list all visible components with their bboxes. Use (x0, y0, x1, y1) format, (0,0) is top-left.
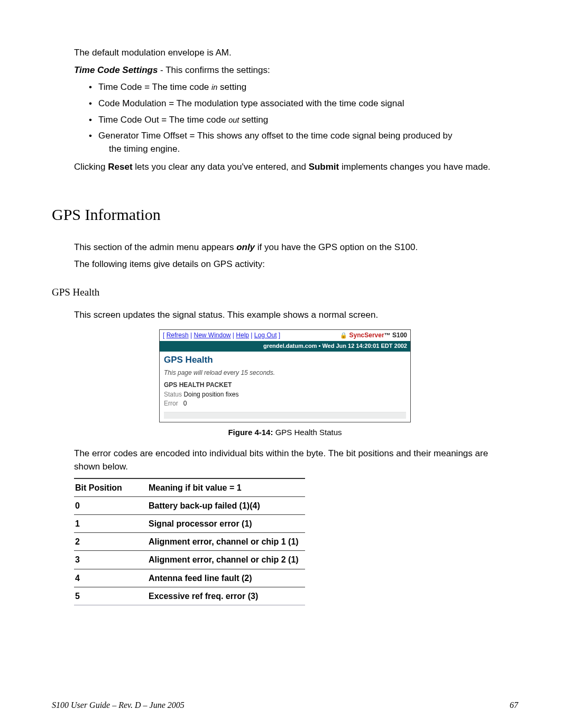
cell-meaning: Alignment error, channel or chip 2 (1) (148, 551, 305, 569)
timecode-settings-heading: Time Code Settings - This confirms the s… (74, 64, 513, 77)
screenshot-topbar: [ Refresh | New Window | Help | Log Out … (160, 330, 410, 341)
screenshot-body: GPS Health This page will reload every 1… (160, 352, 410, 421)
cell-meaning: Antenna feed line fault (2) (148, 569, 305, 587)
nav-link-new-window[interactable]: New Window (194, 331, 231, 339)
footer-doc-title: S100 User Guide – Rev. D – June 2005 (52, 701, 185, 710)
only-keyword: only (236, 242, 255, 252)
screenshot-packet-heading: GPS HEALTH PACKET (164, 381, 406, 390)
table-row: 0 Battery back-up failed (1)(4) (74, 496, 305, 514)
nav-link-logout[interactable]: Log Out (254, 331, 277, 339)
bullet-text: setting (217, 82, 246, 92)
brand-model: ™ S100 (384, 331, 407, 339)
bit-position-table: Bit Position Meaning if bit value = 1 0 … (74, 478, 305, 605)
header-meaning: Meaning if bit value = 1 (148, 478, 305, 497)
table-row: 5 Excessive ref freq. error (3) (74, 587, 305, 605)
text-fragment: This section of the admin menu appears (74, 242, 236, 252)
bullet-text: setting (239, 115, 268, 125)
table-row: 3 Alignment error, channel or chip 2 (1) (74, 551, 305, 569)
cell-bit: 3 (74, 551, 148, 569)
figure-caption: Figure 4-14: GPS Health Status (52, 427, 518, 438)
cell-bit: 2 (74, 533, 148, 551)
error-codes-text: The error codes are encoded into individ… (74, 447, 513, 473)
table-row: 1 Signal processor error (1) (74, 515, 305, 533)
cell-bit: 1 (74, 515, 148, 533)
screenshot-title: GPS Health (164, 354, 406, 367)
gps-information-heading: GPS Information (52, 203, 518, 226)
row-label: Error (164, 400, 178, 407)
text-fragment: lets you clear any data you've entered, … (133, 162, 309, 172)
screenshot-footer-strip (164, 412, 406, 419)
brand-syncserver: SyncServer (349, 331, 384, 339)
cell-meaning: Signal processor error (1) (148, 515, 305, 533)
cell-meaning: Battery back-up failed (1)(4) (148, 496, 305, 514)
screenshot-brand: 🔒 SyncServer™ S100 (340, 331, 407, 340)
bullet-text: Time Code Out = The time code (98, 115, 228, 125)
reset-submit-text: Clicking Reset lets you clear any data y… (74, 161, 513, 174)
screenshot-error-row: Error 0 (164, 399, 406, 408)
gps-health-screenshot: [ Refresh | New Window | Help | Log Out … (159, 329, 411, 422)
figure-label: Figure 4-14: (228, 428, 273, 437)
bullet-generator-offset: Generator Time Offset = This shows any o… (89, 130, 518, 155)
header-bit-position: Bit Position (74, 478, 148, 497)
table-row: 4 Antenna feed line fault (2) (74, 569, 305, 587)
bullet-text-line1: Generator Time Offset = This shows any o… (98, 131, 453, 141)
submit-keyword: Submit (309, 162, 339, 172)
gps-details-text: The following items give details on GPS … (74, 258, 513, 271)
reset-keyword: Reset (108, 162, 132, 172)
gps-health-heading: GPS Health (52, 285, 518, 300)
nav-sep: | (231, 331, 236, 339)
bracket-close: ] (277, 331, 281, 339)
screenshot-statusbar: grendel.datum.com • Wed Jun 12 14:20:01 … (160, 341, 410, 352)
timecode-bullet-list: Time Code = The time code in setting Cod… (89, 81, 518, 155)
timecode-settings-title: Time Code Settings (74, 65, 158, 75)
footer-page-number: 67 (510, 701, 518, 710)
bullet-italic: in (211, 83, 217, 91)
nav-sep: | (189, 331, 194, 339)
nav-link-help[interactable]: Help (236, 331, 249, 339)
bullet-text-line2: the timing engine. (98, 143, 518, 156)
bullet-timecode-out: Time Code Out = The time code out settin… (89, 114, 518, 127)
figure-title: GPS Health Status (273, 428, 342, 437)
bracket-open: [ (163, 331, 167, 339)
cell-bit: 5 (74, 587, 148, 605)
timecode-settings-suffix: - This confirms the settings: (158, 65, 270, 75)
screenshot-status-row: Status Doing position fixes (164, 390, 406, 399)
row-label: Status (164, 391, 182, 398)
default-modulation-text: The default modulation envelope is AM. (74, 47, 513, 60)
cell-bit: 0 (74, 496, 148, 514)
table-header-row: Bit Position Meaning if bit value = 1 (74, 478, 305, 497)
cell-meaning: Excessive ref freq. error (3) (148, 587, 305, 605)
bullet-text: Time Code = The time code (98, 82, 211, 92)
bullet-timecode-in: Time Code = The time code in setting (89, 81, 518, 94)
bullet-text: Code Modulation = The modulation type as… (98, 98, 404, 108)
screenshot-reload-note: This page will reload every 15 seconds. (164, 368, 406, 377)
bullet-code-modulation: Code Modulation = The modulation type as… (89, 97, 518, 110)
text-fragment: implements changes you have made. (339, 162, 490, 172)
text-fragment: if you have the GPS option on the S100. (255, 242, 418, 252)
text-fragment: Clicking (74, 162, 108, 172)
bullet-italic: out (228, 116, 239, 124)
table-row: 2 Alignment error, channel or chip 1 (1) (74, 533, 305, 551)
row-value: 0 (183, 400, 187, 407)
nav-link-refresh[interactable]: Refresh (167, 331, 189, 339)
cell-meaning: Alignment error, channel or chip 1 (1) (148, 533, 305, 551)
screenshot-nav-links: [ Refresh | New Window | Help | Log Out … (163, 331, 280, 340)
nav-sep: | (249, 331, 254, 339)
lock-icon: 🔒 (340, 331, 347, 340)
row-value: Doing position fixes (183, 391, 238, 398)
cell-bit: 4 (74, 569, 148, 587)
page-footer: S100 User Guide – Rev. D – June 2005 67 (52, 701, 518, 710)
gps-health-lead: This screen updates the signal status. T… (74, 309, 513, 322)
gps-only-text: This section of the admin menu appears o… (74, 241, 513, 254)
